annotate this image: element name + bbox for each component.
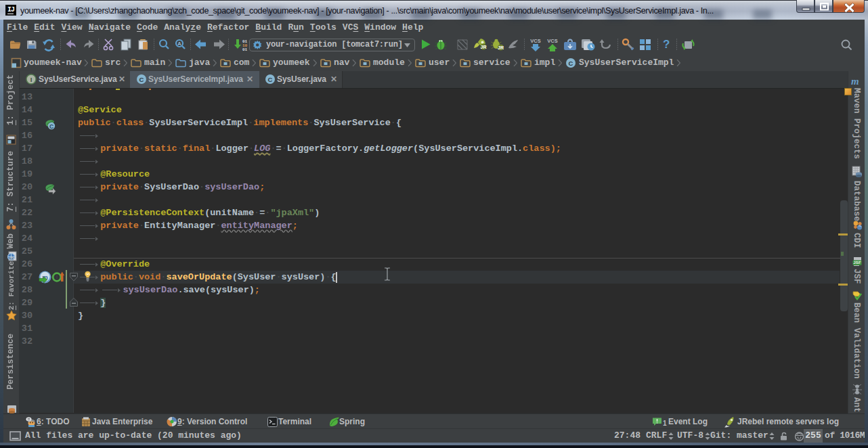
svg-text:01: 01 — [242, 47, 248, 51]
svg-text:A: A — [177, 41, 181, 47]
svg-text:C: C — [49, 123, 53, 130]
svg-text:C: C — [569, 60, 573, 67]
svg-text:VCS: VCS — [530, 38, 540, 44]
svg-text:JR: JR — [498, 45, 504, 50]
svg-text:VCS: VCS — [547, 38, 557, 44]
svg-text:I: I — [30, 76, 32, 83]
svg-text:JSF: JSF — [853, 260, 861, 265]
svg-text:C: C — [139, 76, 144, 83]
svg-text:JR: JR — [481, 45, 487, 49]
svg-text:C: C — [268, 76, 273, 83]
